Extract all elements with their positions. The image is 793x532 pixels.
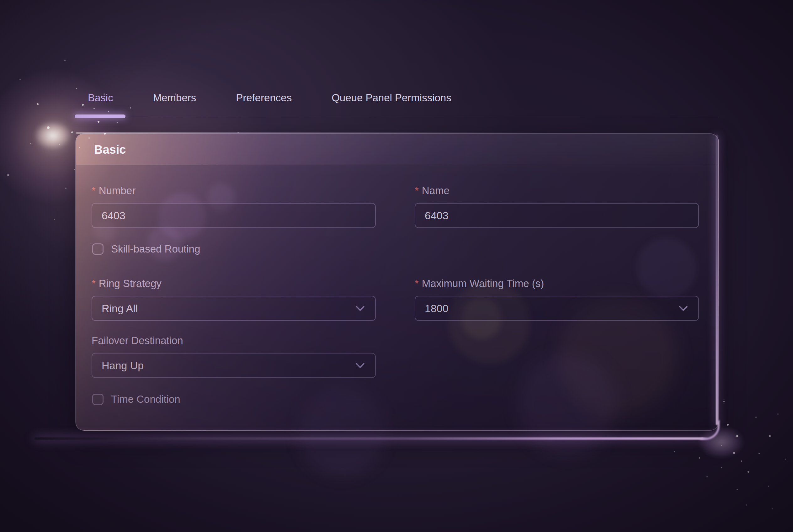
basic-section-card: Basic: [75, 133, 719, 431]
tab-preferences[interactable]: Preferences: [236, 91, 292, 105]
tab-bar: Basic Members Preferences Queue Panel Pe…: [88, 91, 451, 105]
sparkle-particles: [0, 0, 1, 1]
card-header: Basic: [76, 134, 718, 165]
tab-bar-divider: [75, 117, 719, 117]
tab-members[interactable]: Members: [153, 91, 196, 105]
active-tab-indicator: [75, 114, 126, 118]
card-bottom-light-streak: [35, 437, 709, 440]
tab-basic[interactable]: Basic: [88, 91, 113, 105]
card-top-light-streak: [76, 132, 546, 134]
tab-queue-panel-permissions[interactable]: Queue Panel Permissions: [332, 91, 451, 105]
lens-flare-core: [27, 117, 78, 154]
queue-settings-screen: Basic Members Preferences Queue Panel Pe…: [0, 0, 793, 532]
card-right-light-streak: [716, 135, 718, 425]
card-corner-glow: [690, 420, 753, 464]
card-title: Basic: [76, 134, 718, 165]
